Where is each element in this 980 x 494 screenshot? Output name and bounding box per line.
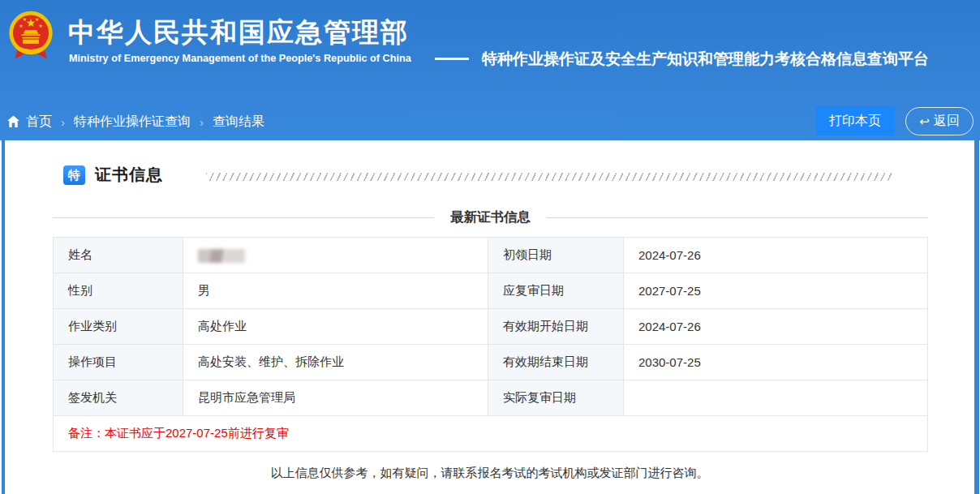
breadcrumb-query-result: 查询结果: [213, 114, 264, 131]
print-page-button[interactable]: 打印本页: [815, 106, 895, 135]
table-row: 姓名 初领日期 2024-07-26: [54, 238, 928, 273]
return-arrow-icon: ↩: [919, 115, 930, 127]
field-label-initial-issue-date: 初领日期: [488, 238, 624, 273]
svg-text:★: ★: [35, 16, 40, 22]
field-value-operation-items: 高处安装、维护、拆除作业: [183, 345, 488, 380]
china-national-emblem-icon: ★ ★ ★ ★ ★: [7, 9, 54, 66]
special-badge: 特: [63, 165, 85, 185]
field-label-operation-category: 作业类别: [54, 309, 183, 345]
field-value-gender: 男: [183, 273, 488, 309]
breadcrumb-separator: ›: [61, 115, 65, 129]
field-label-actual-review-date: 实际复审日期: [488, 380, 624, 416]
breadcrumb-separator: ›: [200, 115, 204, 129]
field-label-validity-start-date: 有效期开始日期: [488, 309, 624, 345]
field-value-validity-start-date: 2024-07-26: [624, 309, 928, 345]
note-text: 备注：本证书应于2027-07-25前进行复审: [54, 416, 928, 452]
field-value-initial-issue-date: 2024-07-26: [624, 238, 928, 273]
table-row: 作业类别 高处作业 有效期开始日期 2024-07-26: [54, 309, 928, 345]
field-value-validity-end-date: 2030-07-25: [624, 345, 928, 380]
back-button-label: 返回: [934, 113, 960, 130]
field-label-validity-end-date: 有效期结束日期: [488, 345, 624, 380]
table-row: 操作项目 高处安装、维护、拆除作业 有效期结束日期 2030-07-25: [54, 345, 928, 380]
section-title: 证书信息: [95, 164, 163, 186]
svg-text:★: ★: [19, 23, 24, 28]
table-row: 性别 男 应复审日期 2027-07-25: [54, 273, 928, 309]
redacted-name-block: [198, 249, 245, 263]
content-panel: 特 证书信息 最新证书信息 姓名 初领日期 2024-07-26 性别 男 应复…: [5, 140, 974, 494]
back-button[interactable]: ↩返回: [905, 107, 974, 135]
field-label-review-due-date: 应复审日期: [488, 273, 624, 309]
field-label-name: 姓名: [54, 238, 183, 273]
table-caption: 最新证书信息: [450, 208, 531, 226]
svg-text:★: ★: [23, 16, 28, 22]
note-row: 备注：本证书应于2027-07-25前进行复审: [54, 416, 928, 452]
caption-line-left: [53, 217, 434, 218]
site-header: ★ ★ ★ ★ ★ 中华人民共和国应急管理部 Ministry of Emerg…: [0, 0, 980, 140]
field-label-issuing-authority: 签发机关: [54, 380, 183, 416]
field-value-operation-category: 高处作业: [183, 309, 488, 345]
caption-line-right: [547, 217, 928, 218]
field-value-issuing-authority: 昆明市应急管理局: [183, 380, 488, 416]
home-icon: [6, 115, 20, 128]
breadcrumb: 首页 › 特种作业操作证查询 › 查询结果: [6, 106, 264, 137]
field-value-name: [183, 238, 488, 273]
field-label-operation-items: 操作项目: [54, 345, 183, 380]
breadcrumb-certificate-query[interactable]: 特种作业操作证查询: [74, 114, 191, 131]
org-title: 中华人民共和国应急管理部: [68, 15, 409, 51]
certificate-table: 姓名 初领日期 2024-07-26 性别 男 应复审日期 2027-07-25…: [53, 237, 928, 452]
org-subtitle: Ministry of Emergency Management of the …: [69, 53, 411, 64]
toolbar: 打印本页 ↩返回: [815, 106, 974, 135]
svg-text:★: ★: [38, 23, 43, 28]
field-label-gender: 性别: [54, 273, 183, 309]
table-caption-row: 最新证书信息: [53, 208, 928, 226]
platform-title: 特种作业操作证及安全生产知识和管理能力考核合格信息查询平台: [482, 49, 929, 70]
breadcrumb-home[interactable]: 首页: [26, 114, 52, 131]
disclaimer-text: 以上信息仅供参考，如有疑问，请联系报名考试的考试机构或发证部门进行咨询。: [5, 466, 974, 481]
table-row: 签发机关 昆明市应急管理局 实际复审日期: [54, 380, 928, 416]
field-value-actual-review-date: [624, 380, 928, 416]
right-scrollbar-strip[interactable]: [974, 140, 979, 494]
slash-decoration: [206, 173, 892, 181]
field-value-review-due-date: 2027-07-25: [624, 273, 928, 309]
header-dash-divider: [435, 58, 469, 60]
